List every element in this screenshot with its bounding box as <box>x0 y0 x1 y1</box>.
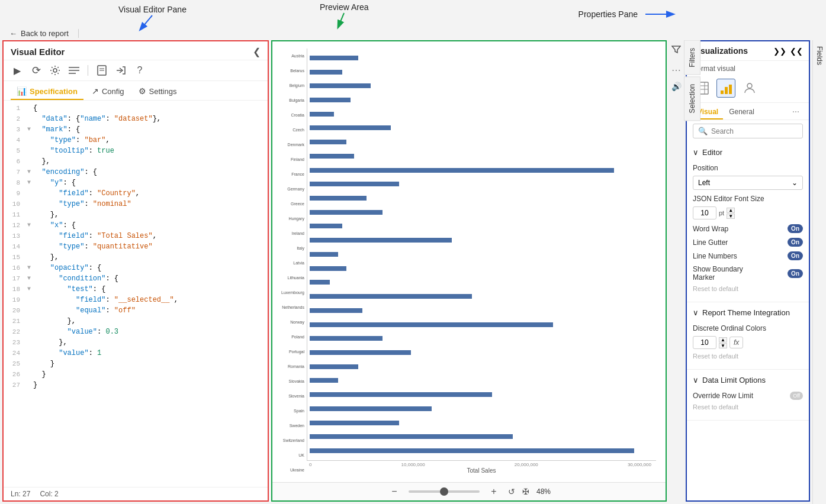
fold-marker <box>25 188 33 199</box>
collapse-icon[interactable]: ❮❮ <box>790 47 803 56</box>
word-wrap-toggle[interactable]: On <box>788 224 803 233</box>
stepper-down[interactable]: ▼ <box>727 214 735 219</box>
position-dropdown[interactable]: Left ⌄ <box>693 176 803 190</box>
fold-marker <box>25 369 33 380</box>
bar-row <box>310 335 651 341</box>
more-options-button[interactable]: ⋯ <box>789 105 803 119</box>
stepper-up[interactable]: ▲ <box>727 208 735 213</box>
preview-footer: − + ↺ ✠ 48% <box>272 482 666 500</box>
discrete-colors-property: Discrete Ordinal Colors <box>693 322 803 335</box>
speaker-icon[interactable]: 🔊 <box>669 79 684 93</box>
discrete-colors-input[interactable] <box>693 336 716 349</box>
font-size-input[interactable] <box>693 206 716 219</box>
line-gutter-toggle[interactable]: On <box>788 238 803 247</box>
editor-reset-link[interactable]: Reset to default <box>693 284 803 296</box>
code-line: 25 } <box>4 358 268 369</box>
fold-marker[interactable]: ▼ <box>25 124 33 135</box>
chart-bar <box>310 448 634 453</box>
fold-marker <box>25 241 33 252</box>
search-input[interactable] <box>711 127 800 135</box>
chart-bar <box>310 406 432 411</box>
refresh-button[interactable]: ⟳ <box>30 64 43 77</box>
svg-line-1 <box>338 13 344 27</box>
discrete-stepper-up[interactable]: ▲ <box>719 337 727 343</box>
font-size-stepper[interactable]: ▲ ▼ <box>727 208 735 219</box>
override-row-limit-label: Override Row Limit <box>693 392 790 400</box>
run-button[interactable]: ▶ <box>11 64 24 77</box>
fold-marker[interactable]: ▼ <box>25 167 33 177</box>
fields-label[interactable]: Fields <box>812 40 826 504</box>
y-label: Switzerland <box>277 438 304 444</box>
word-wrap-label: Word Wrap <box>693 225 788 233</box>
reset-zoom-icon[interactable]: ↺ <box>508 487 515 496</box>
position-value: Left <box>698 179 710 187</box>
tab-general[interactable]: General <box>724 105 759 119</box>
chart-bar <box>310 224 342 228</box>
bar-row <box>310 55 651 61</box>
code-line: 27} <box>4 380 268 390</box>
code-content: "tooltip": true <box>33 146 268 156</box>
fold-marker[interactable]: ▼ <box>25 284 33 295</box>
line-numbers-property: Line Numbers On <box>693 249 803 263</box>
more-icon[interactable]: ⋯ <box>669 62 684 78</box>
y-label: Finland <box>277 157 304 163</box>
y-label: Portugal <box>277 349 304 355</box>
new-file-icon[interactable] <box>95 64 108 77</box>
editor-section-header[interactable]: ∨ Editor <box>687 146 809 159</box>
viz-type-barchart[interactable] <box>716 79 735 98</box>
code-line: 8▼ "y": { <box>4 177 268 188</box>
code-line: 12▼ "x": { <box>4 220 268 231</box>
tab-config[interactable]: ↗ Config <box>86 83 130 100</box>
discrete-stepper-down[interactable]: ▼ <box>719 343 727 348</box>
code-editor[interactable]: 1{2 "data": {"name": "dataset"},3▼ "mark… <box>4 101 268 487</box>
share-icon[interactable] <box>114 64 127 77</box>
zoom-slider[interactable] <box>409 490 480 493</box>
zoom-out-button[interactable]: − <box>387 486 401 497</box>
line-gutter-property: Line Gutter On <box>693 235 803 249</box>
report-theme-header[interactable]: ∨ Report Theme Integration <box>687 306 809 319</box>
line-number: 2 <box>4 114 25 124</box>
fold-marker <box>25 380 33 390</box>
fx-button[interactable]: fx <box>729 337 743 348</box>
expand-icon[interactable]: ❯❯ <box>773 47 786 56</box>
help-icon[interactable]: ? <box>133 64 146 77</box>
bar-row <box>310 237 651 243</box>
y-label: Ireland <box>277 231 304 237</box>
status-col: Col: 2 <box>40 490 58 498</box>
chart-bar <box>310 56 358 60</box>
code-content: }, <box>33 337 268 348</box>
settings-icon[interactable] <box>49 64 62 77</box>
code-line: 23 }, <box>4 337 268 348</box>
fold-marker[interactable]: ▼ <box>25 177 33 188</box>
chart-bar <box>310 182 399 186</box>
bar-row <box>310 153 651 159</box>
fold-marker[interactable]: ▼ <box>25 273 33 284</box>
ve-collapse-icon[interactable]: ❮ <box>253 46 261 57</box>
override-toggle-btn[interactable]: Off <box>790 392 803 400</box>
report-theme-reset-link[interactable]: Reset to default <box>693 351 803 363</box>
filter-icon[interactable] <box>669 40 684 61</box>
data-limit-reset-link[interactable]: Reset to default <box>693 402 803 414</box>
code-line: 10 "type": "nominal" <box>4 199 268 209</box>
selection-tab[interactable]: Selection <box>684 76 700 121</box>
fold-marker[interactable]: ▼ <box>25 263 33 273</box>
report-theme-collapse-icon: ∨ <box>693 308 699 317</box>
viz-type-avatar[interactable] <box>740 79 759 98</box>
zoom-in-button[interactable]: + <box>487 486 501 497</box>
tab-specification[interactable]: 📊 Specification <box>11 83 83 100</box>
chart-bar <box>310 434 513 439</box>
filters-tab[interactable]: Filters <box>684 40 700 75</box>
font-size-label: JSON Editor Font Size <box>693 195 803 203</box>
format-button[interactable] <box>68 64 81 77</box>
data-limit-header[interactable]: ∨ Data Limit Options <box>687 373 809 387</box>
chart-bar <box>310 154 354 159</box>
back-button[interactable]: ← Back to report <box>9 29 79 38</box>
fit-zoom-icon[interactable]: ✠ <box>522 487 529 496</box>
fold-marker[interactable]: ▼ <box>25 220 33 231</box>
fold-marker <box>25 348 33 358</box>
tab-settings[interactable]: ⚙ Settings <box>133 83 183 100</box>
code-line: 24 "value": 1 <box>4 348 268 358</box>
line-numbers-toggle[interactable]: On <box>788 251 803 260</box>
show-boundary-toggle[interactable]: On <box>788 269 803 278</box>
discrete-stepper[interactable]: ▲ ▼ <box>719 337 727 348</box>
